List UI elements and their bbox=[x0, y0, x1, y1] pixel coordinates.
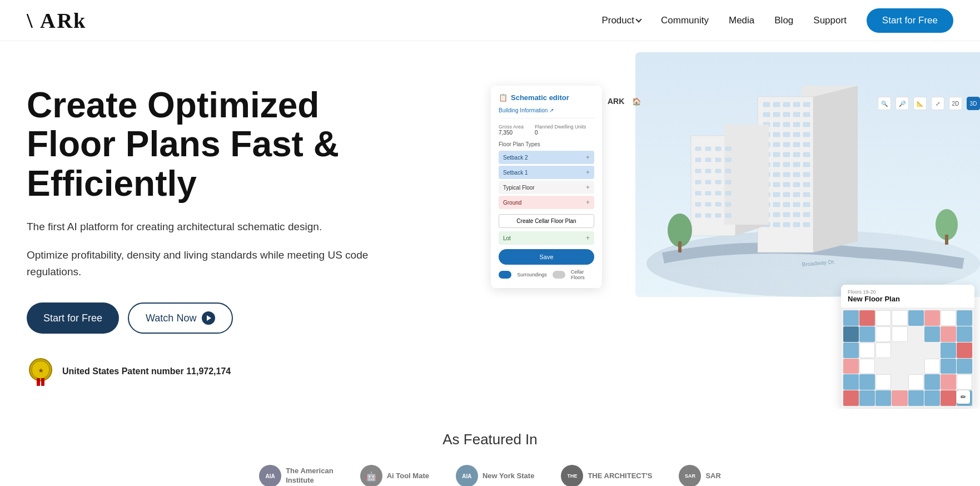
aia-logo-icon: AIA bbox=[259, 465, 281, 486]
svg-rect-62 bbox=[773, 192, 780, 197]
svg-rect-57 bbox=[773, 182, 780, 187]
svg-text:R: R bbox=[57, 9, 73, 32]
svg-rect-16 bbox=[763, 102, 770, 107]
svg-rect-52 bbox=[773, 172, 780, 177]
nav-product[interactable]: Product bbox=[601, 15, 641, 26]
svg-rect-78 bbox=[783, 222, 790, 227]
svg-rect-33 bbox=[783, 132, 790, 137]
fullscreen-button[interactable]: ⤢ bbox=[931, 97, 944, 110]
view-toolbar: 🔍 🔎 📐 ⤢ 2D 3D bbox=[878, 97, 980, 110]
nav-start-free-button[interactable]: Start for Free bbox=[867, 8, 953, 33]
svg-rect-58 bbox=[783, 182, 790, 187]
svg-rect-27 bbox=[773, 122, 780, 127]
svg-text:k: k bbox=[73, 9, 86, 32]
cellar-floors-toggle[interactable] bbox=[553, 271, 565, 279]
typical-floor-item[interactable]: Typical Floor + bbox=[499, 181, 594, 194]
svg-rect-75 bbox=[803, 212, 810, 217]
svg-rect-68 bbox=[783, 202, 790, 207]
svg-rect-107 bbox=[725, 202, 731, 206]
floor-plan-types-label: Floor Plan Types bbox=[499, 141, 594, 147]
svg-rect-80 bbox=[803, 222, 810, 227]
building-info-link[interactable]: Building Information ↗ bbox=[499, 107, 554, 113]
svg-rect-93 bbox=[705, 169, 711, 173]
svg-rect-87 bbox=[725, 147, 731, 151]
schematic-title: 📋 Schematic editor bbox=[499, 93, 594, 102]
svg-rect-94 bbox=[715, 169, 721, 173]
aitool-logo-text: Ai Tool Mate bbox=[387, 472, 429, 481]
svg-rect-34 bbox=[793, 132, 800, 137]
svg-rect-17 bbox=[773, 102, 780, 107]
2d-view-button[interactable]: 2D bbox=[949, 97, 962, 110]
zoom-in-button[interactable]: 🔍 bbox=[878, 97, 891, 110]
edit-floor-plan-button[interactable]: ✏ bbox=[957, 390, 970, 404]
svg-rect-45 bbox=[803, 152, 810, 157]
building-info-section: Building Information ↗ bbox=[499, 107, 594, 118]
aia-logo-text: The AmericanInstitute bbox=[286, 467, 334, 485]
svg-rect-79 bbox=[793, 222, 800, 227]
lot-item[interactable]: Lot + bbox=[499, 231, 594, 245]
gross-area-stat: Gross Area 7,350 bbox=[499, 124, 524, 136]
featured-logos: AIA The AmericanInstitute 🤖 Ai Tool Mate… bbox=[27, 465, 953, 486]
svg-rect-98 bbox=[715, 180, 721, 184]
svg-rect-19 bbox=[793, 102, 800, 107]
svg-rect-70 bbox=[803, 202, 810, 207]
svg-rect-103 bbox=[725, 191, 731, 195]
svg-rect-47 bbox=[773, 162, 780, 167]
featured-logo-aitool: 🤖 Ai Tool Mate bbox=[360, 465, 429, 486]
navbar: \ A R k Product Community Media Blog Sup… bbox=[0, 0, 980, 41]
svg-rect-85 bbox=[705, 147, 711, 151]
svg-rect-63 bbox=[783, 192, 790, 197]
logo[interactable]: \ A R k bbox=[27, 8, 98, 33]
save-button[interactable]: Save bbox=[499, 249, 594, 265]
ground-floor-item[interactable]: Ground + bbox=[499, 196, 594, 209]
svg-rect-72 bbox=[773, 212, 780, 217]
nav-media[interactable]: Media bbox=[729, 15, 754, 26]
svg-rect-32 bbox=[773, 132, 780, 137]
svg-rect-24 bbox=[793, 112, 800, 117]
svg-rect-42 bbox=[773, 152, 780, 157]
svg-rect-49 bbox=[793, 162, 800, 167]
schematic-editor-panel: 📋 Schematic editor Building Information … bbox=[491, 86, 602, 288]
svg-rect-100 bbox=[695, 191, 701, 195]
hero-start-free-button[interactable]: Start for Free bbox=[27, 302, 119, 334]
nav-blog[interactable]: Blog bbox=[774, 15, 793, 26]
nav-community[interactable]: Community bbox=[661, 15, 709, 26]
svg-rect-40 bbox=[803, 142, 810, 147]
svg-rect-67 bbox=[773, 202, 780, 207]
svg-rect-111 bbox=[725, 214, 731, 217]
svg-rect-96 bbox=[695, 180, 701, 184]
create-cellar-button[interactable]: Create Cellar Floor Plan bbox=[499, 214, 594, 228]
featured-logo-nys: AIA New York State bbox=[456, 465, 534, 486]
ground-plus-icon: + bbox=[586, 199, 590, 206]
svg-rect-50 bbox=[803, 162, 810, 167]
nav-support[interactable]: Support bbox=[813, 15, 847, 26]
ruler-button[interactable]: 📐 bbox=[913, 97, 927, 110]
3d-view-button[interactable]: 3D bbox=[967, 97, 980, 110]
view-toggles: Surroundings Cellar Floors bbox=[499, 269, 594, 280]
featured-logo-architect: THE THE ARCHITECT'S bbox=[561, 465, 652, 486]
floor-plan-name: New Floor Plan bbox=[848, 295, 968, 303]
surroundings-toggle[interactable] bbox=[499, 271, 511, 279]
svg-rect-97 bbox=[705, 180, 711, 184]
aitool-logo-icon: 🤖 bbox=[360, 465, 382, 486]
nys-logo-icon: AIA bbox=[456, 465, 478, 486]
pdu-stat: Planned Dwelling Units 0 bbox=[535, 124, 586, 136]
svg-rect-25 bbox=[803, 112, 810, 117]
hero-buttons: Start for Free Watch Now bbox=[27, 302, 382, 334]
floor-plan-header: Floors 19-20 New Floor Plan bbox=[841, 285, 974, 308]
setback-2-item[interactable]: Setback 2 + bbox=[499, 151, 594, 164]
floor-plan-grid bbox=[841, 308, 974, 408]
hero-watch-now-button[interactable]: Watch Now bbox=[128, 302, 233, 334]
nav-links: Product Community Media Blog Support Sta… bbox=[601, 8, 953, 33]
svg-text:\: \ bbox=[27, 9, 33, 32]
svg-rect-60 bbox=[803, 182, 810, 187]
svg-rect-102 bbox=[715, 191, 721, 195]
svg-rect-43 bbox=[783, 152, 790, 157]
zoom-out-button[interactable]: 🔎 bbox=[896, 97, 909, 110]
svg-rect-37 bbox=[773, 142, 780, 147]
svg-rect-108 bbox=[695, 214, 701, 217]
setback-1-item[interactable]: Setback 1 + bbox=[499, 166, 594, 179]
typical-plus-icon: + bbox=[586, 184, 590, 191]
svg-rect-69 bbox=[793, 202, 800, 207]
svg-rect-44 bbox=[793, 152, 800, 157]
